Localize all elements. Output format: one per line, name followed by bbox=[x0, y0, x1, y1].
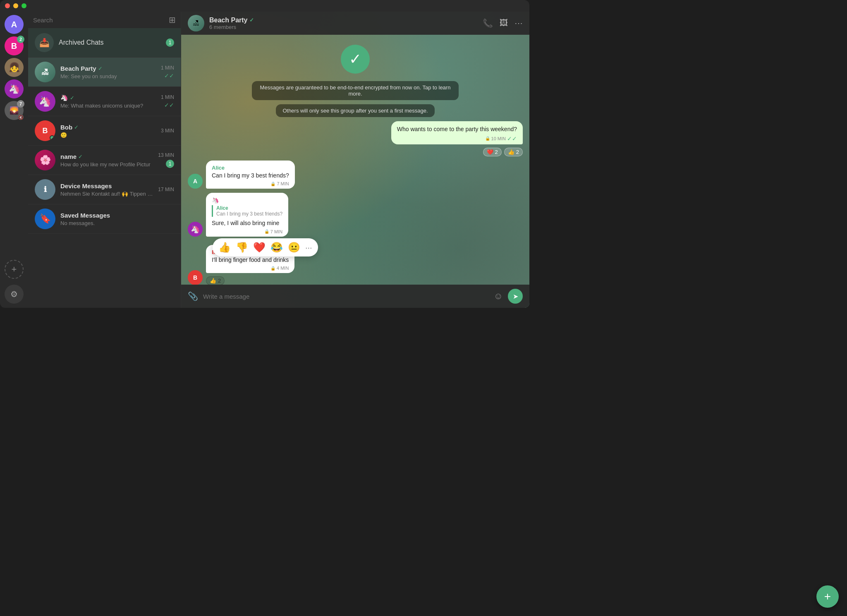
reactions-bob: 👍 2 bbox=[206, 275, 294, 285]
read-receipt-outgoing-1: ✓✓ bbox=[507, 135, 517, 142]
time-alice: 7 MIN bbox=[277, 181, 289, 186]
chat-avatar-device-messages: ℹ bbox=[35, 179, 55, 200]
verified-icon-unicorn: ✓ bbox=[70, 95, 74, 101]
chat-avatar-saved-messages: 🔖 bbox=[35, 209, 55, 229]
sidebar-avatar-a[interactable]: A bbox=[5, 15, 24, 34]
text-unicorn: Sure, I will also bring mine bbox=[212, 219, 282, 228]
chat-item-device-messages[interactable]: ℹ Device Messages Nehmen Sie Kontakt auf… bbox=[28, 175, 181, 204]
chat-info-name: name ✓ How do you like my new Profile Pi… bbox=[60, 153, 153, 168]
archived-icon: 📥 bbox=[35, 33, 54, 52]
system-message-group: Others will only see this group after yo… bbox=[276, 104, 434, 117]
verified-icon-bob: ✓ bbox=[74, 124, 79, 130]
app-container: A B 2 👧 🦄 🌄 7 🔇 + ⚙ ⊞ 📥 Archived Chats 1 bbox=[0, 12, 529, 308]
chat-item-unicorn[interactable]: 🦄 🦄 ✓ Me: What makes unicorns unique? 1 … bbox=[28, 87, 181, 116]
chat-info-bob: Bob ✓ 🙂 bbox=[60, 124, 156, 138]
read-receipt-beach-party: ✓✓ bbox=[164, 72, 174, 79]
settings-button[interactable]: ⚙ bbox=[5, 285, 24, 304]
chat-meta-bob: 3 MIN bbox=[161, 128, 174, 134]
add-account-button[interactable]: + bbox=[5, 260, 24, 279]
bubble-alice[interactable]: Alice Can I bring my 3 best friends? 🔒 7… bbox=[206, 161, 295, 189]
messages-area[interactable]: ✓ Messages are guaranteed to be end-to-e… bbox=[181, 35, 529, 285]
attach-icon[interactable]: 📎 bbox=[188, 291, 198, 301]
reply-sender: Alice bbox=[216, 205, 282, 211]
encryption-check: ✓ bbox=[188, 41, 523, 77]
chat-more-icon[interactable]: ⋯ bbox=[514, 18, 523, 28]
reaction-heart[interactable]: ❤️ 2 bbox=[483, 148, 502, 156]
check-circle-icon: ✓ bbox=[341, 45, 370, 74]
sidebar-avatar-girl[interactable]: 👧 bbox=[5, 58, 24, 77]
search-bar: ⊞ bbox=[28, 12, 181, 28]
chat-item-name[interactable]: 🌸 name ✓ How do you like my new Profile … bbox=[28, 146, 181, 175]
chat-preview-name: How do you like my new Profile Pictur bbox=[60, 161, 153, 168]
reaction-heart-btn[interactable]: ❤️ bbox=[253, 242, 266, 253]
titlebar bbox=[0, 0, 529, 12]
bubble-outgoing-1[interactable]: Who wants to come to the party this week… bbox=[391, 121, 523, 144]
chat-info-device-messages: Device Messages Nehmen Sie Kontakt auf! … bbox=[60, 182, 153, 197]
chat-avatar-name: 🌸 bbox=[35, 150, 55, 170]
chat-header: 🏖 Beach Party ✓ 6 members 📞 🖼 ⋯ bbox=[181, 12, 529, 35]
message-incoming-alice: A Alice Can I bring my 3 best friends? 🔒… bbox=[188, 161, 295, 189]
traffic-yellow[interactable] bbox=[13, 3, 18, 8]
message-outgoing-1: Who wants to come to the party this week… bbox=[188, 121, 523, 156]
send-button[interactable]: ➤ bbox=[508, 289, 523, 304]
verified-icon-name: ✓ bbox=[78, 153, 83, 160]
qr-code-icon[interactable]: ⊞ bbox=[169, 15, 176, 25]
reaction-laugh[interactable]: 😂 bbox=[270, 242, 283, 253]
reaction-thumb-bob[interactable]: 👍 2 bbox=[206, 276, 225, 285]
chat-name-unicorn: 🦄 bbox=[60, 94, 68, 101]
chat-item-saved-messages[interactable]: 🔖 Saved Messages No messages. bbox=[28, 204, 181, 234]
reaction-more-btn[interactable]: ··· bbox=[305, 243, 312, 252]
text-bob: I'll bring finger food and drinks bbox=[212, 256, 289, 264]
chat-items: 🏖 Beach Party ✓ Me: See you on sunday 1 … bbox=[28, 58, 181, 308]
chat-preview-beach-party: Me: See you on sunday bbox=[60, 73, 156, 79]
chat-preview-device-messages: Nehmen Sie Kontakt auf! 🙌 Tippen Sie a bbox=[60, 191, 153, 197]
search-input[interactable] bbox=[33, 17, 165, 24]
reaction-thumb[interactable]: 👍 2 bbox=[504, 148, 523, 156]
reply-text: Can I bring my 3 best friends? bbox=[216, 211, 282, 217]
traffic-green[interactable] bbox=[22, 3, 26, 8]
lock-icon-alice: 🔒 bbox=[270, 182, 275, 186]
chat-media-icon[interactable]: 🖼 bbox=[500, 18, 508, 28]
avatar-alice: A bbox=[188, 174, 203, 189]
chat-call-icon[interactable]: 📞 bbox=[483, 18, 493, 28]
message-input[interactable] bbox=[203, 293, 489, 300]
chat-item-bob[interactable]: B Bob ✓ 🙂 3 MIN bbox=[28, 116, 181, 146]
chat-input-area: 📎 ☺ ➤ bbox=[181, 285, 529, 308]
sidebar-avatar-muted[interactable]: 🌄 7 🔇 bbox=[5, 101, 24, 120]
sidebar-avatar-unicorn[interactable]: 🦄 bbox=[5, 79, 24, 98]
archived-label: Archived Chats bbox=[59, 39, 161, 46]
chat-item-beach-party[interactable]: 🏖 Beach Party ✓ Me: See you on sunday 1 … bbox=[28, 58, 181, 87]
chat-header-info: Beach Party ✓ 6 members bbox=[209, 17, 478, 30]
verified-icon-beach-party: ✓ bbox=[98, 65, 103, 72]
unread-badge-name: 1 bbox=[166, 160, 174, 168]
header-verified-icon: ✓ bbox=[249, 17, 254, 23]
bubble-unicorn[interactable]: 🦄 Alice Can I bring my 3 best friends? S… bbox=[206, 193, 288, 237]
chat-time-device-messages: 17 MIN bbox=[158, 187, 174, 192]
reactions-outgoing-1: ❤️ 2 👍 2 bbox=[483, 146, 523, 156]
reaction-thumbup[interactable]: 👍 bbox=[218, 242, 231, 253]
system-message-encryption[interactable]: Messages are guaranteed to be end-to-end… bbox=[252, 81, 459, 100]
chat-info-saved-messages: Saved Messages No messages. bbox=[60, 212, 174, 226]
chat-header-avatar-img: 🏖 bbox=[188, 15, 204, 31]
chat-header-avatar[interactable]: 🏖 bbox=[188, 15, 204, 31]
lock-icon-outgoing-1: 🔒 bbox=[485, 136, 490, 141]
chat-preview-saved-messages: No messages. bbox=[60, 220, 174, 226]
chat-info-unicorn: 🦄 ✓ Me: What makes unicorns unique? bbox=[60, 94, 156, 109]
reaction-thumbdown[interactable]: 👎 bbox=[236, 242, 248, 253]
emoji-picker-icon[interactable]: ☺ bbox=[494, 291, 503, 302]
chat-time-beach-party: 1 MIN bbox=[161, 65, 174, 71]
read-receipt-unicorn: ✓✓ bbox=[164, 102, 174, 108]
sender-alice: Alice bbox=[212, 165, 289, 171]
avatar-unicorn-msg: 🦄 bbox=[188, 222, 203, 237]
lock-icon-bob: 🔒 bbox=[270, 266, 275, 271]
archived-chats-row[interactable]: 📥 Archived Chats 1 bbox=[28, 28, 181, 58]
traffic-red[interactable] bbox=[5, 3, 10, 8]
reaction-neutral[interactable]: 😐 bbox=[288, 242, 300, 253]
archived-badge: 1 bbox=[166, 38, 174, 47]
sidebar-badge-muted: 7 bbox=[17, 100, 24, 108]
online-dot-bob bbox=[50, 135, 55, 140]
chat-meta-device-messages: 17 MIN bbox=[158, 187, 174, 192]
chat-time-unicorn: 1 MIN bbox=[161, 94, 174, 100]
meta-unicorn: 🔒 7 MIN bbox=[212, 229, 282, 234]
sidebar-avatar-b[interactable]: B 2 bbox=[5, 36, 24, 55]
